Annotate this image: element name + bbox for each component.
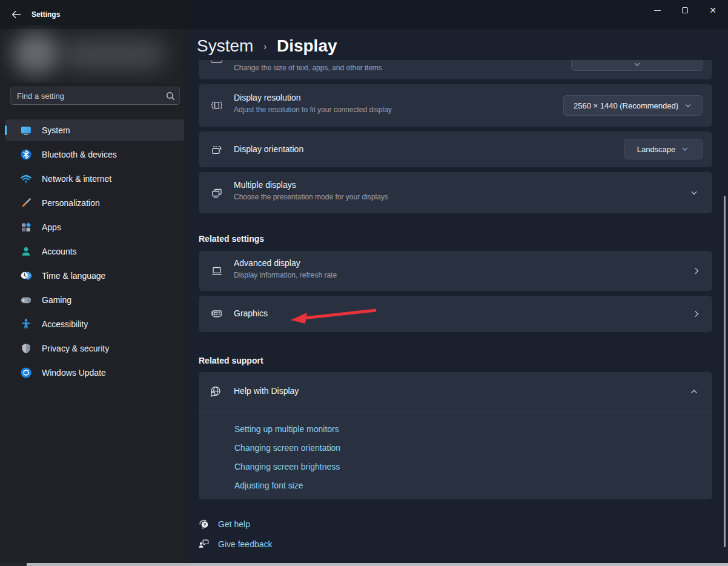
close-button[interactable]: ✕ (699, 0, 727, 21)
minimize-icon (654, 10, 661, 11)
maximize-icon (682, 7, 688, 13)
update-icon (20, 367, 32, 379)
shield-icon (20, 342, 32, 355)
graphics-row[interactable]: Graphics (199, 296, 712, 332)
multiple-displays-icon (211, 187, 223, 199)
row-subtitle: Choose the presentation mode for your di… (234, 193, 388, 201)
close-icon: ✕ (709, 6, 716, 15)
selected-indicator (5, 125, 7, 135)
scale-row-partial: Change the size of text, apps, and other… (199, 60, 712, 79)
search-icon (161, 92, 179, 101)
gamepad-icon (20, 294, 32, 306)
chevron-down-icon (633, 60, 641, 68)
minimize-button[interactable] (643, 0, 671, 21)
sidebar-item-accessibility[interactable]: Accessibility (5, 313, 184, 335)
sidebar-item-accounts[interactable]: Accounts (5, 241, 184, 262)
chevron-right-icon (692, 309, 701, 319)
sidebar-item-time-language[interactable]: Time & language (5, 265, 184, 287)
chevron-up-icon[interactable] (689, 387, 699, 396)
advanced-display-row[interactable]: Advanced display Display information, re… (199, 251, 712, 291)
scale-dropdown[interactable] (571, 60, 703, 71)
scrollbar-thumb[interactable] (724, 196, 726, 547)
sidebar-item-bluetooth-devices[interactable]: Bluetooth & devices (5, 144, 184, 165)
graphics-icon (211, 308, 223, 320)
bluetooth-icon (20, 148, 32, 161)
resolution-value: 2560 × 1440 (Recommended) (574, 101, 678, 110)
search-box[interactable] (10, 87, 180, 105)
section-header-related-settings: Related settings (199, 234, 264, 244)
chevron-down-icon (681, 145, 689, 153)
sidebar-item-label: Privacy & security (42, 344, 109, 353)
sidebar-item-label: Personalization (42, 198, 100, 208)
row-title: Display resolution (234, 93, 301, 102)
back-arrow-icon (12, 10, 21, 19)
help-header[interactable]: Help with Display (199, 372, 712, 411)
display-resolution-row: Display resolution Adjust the resolution… (199, 84, 712, 127)
display-resolution-icon (211, 99, 223, 112)
row-title: Advanced display (234, 258, 300, 268)
user-name-blurred (61, 39, 167, 70)
taskbar-edge (27, 563, 728, 566)
page-title: Display (277, 36, 337, 55)
sidebar-item-privacy-security[interactable]: Privacy & security (5, 338, 184, 359)
breadcrumb: System › Display (197, 34, 337, 58)
chevron-right-icon (692, 266, 701, 276)
sidebar-item-label: Gaming (42, 295, 71, 305)
row-subtitle: Adjust the resolution to fit your connec… (234, 105, 392, 114)
scale-icon (211, 60, 222, 63)
svg-text:?: ? (204, 522, 207, 527)
user-profile-blurred[interactable] (0, 25, 182, 83)
settings-window: System Bluetooth & devices Network & int… (0, 0, 728, 566)
row-title: Help with Display (234, 386, 299, 396)
help-link-screen-orientation[interactable]: Changing screen orientation (234, 443, 340, 453)
sidebar-item-gaming[interactable]: Gaming (5, 289, 184, 311)
sidebar-item-windows-update[interactable]: Windows Update (5, 362, 184, 384)
sidebar-item-label: Accessibility (42, 319, 88, 329)
search-input[interactable] (11, 92, 161, 101)
help-with-display-card: Help with Display Setting up multiple mo… (199, 372, 712, 499)
row-title: Graphics (234, 308, 268, 318)
help-link-font-size[interactable]: Adjusting font size (234, 481, 340, 490)
get-help-icon: ? (198, 518, 210, 530)
breadcrumb-parent[interactable]: System (197, 36, 253, 55)
give-feedback-icon (198, 538, 210, 550)
give-feedback-link[interactable]: Give feedback (198, 538, 273, 550)
sidebar-item-network-internet[interactable]: Network & internet (5, 168, 184, 190)
row-title: Display orientation (234, 144, 303, 154)
sidebar-item-label: System (42, 125, 70, 135)
chevron-down-icon[interactable] (689, 188, 699, 198)
sidebar: System Bluetooth & devices Network & int… (0, 0, 189, 566)
sidebar-item-system[interactable]: System (5, 119, 184, 141)
annotation-arrow (283, 302, 382, 327)
help-globe-icon (210, 385, 222, 398)
help-link-screen-brightness[interactable]: Changing screen brightness (234, 462, 340, 471)
apps-icon (20, 221, 32, 233)
app-title: Settings (31, 10, 60, 19)
multiple-displays-row[interactable]: Multiple displays Choose the presentatio… (199, 172, 712, 213)
get-help-label: Get help (218, 519, 250, 529)
sidebar-item-label: Apps (42, 222, 61, 232)
back-button[interactable] (7, 6, 25, 23)
sidebar-item-personalization[interactable]: Personalization (5, 192, 184, 214)
help-link-multiple-monitors[interactable]: Setting up multiple monitors (234, 424, 340, 434)
wifi-icon (20, 173, 32, 185)
sidebar-item-apps[interactable]: Apps (5, 216, 184, 238)
sidebar-item-label: Time & language (42, 271, 105, 281)
accessibility-icon (20, 318, 32, 330)
get-help-link[interactable]: ? Get help (198, 518, 250, 530)
titlebar: Settings ✕ (0, 0, 728, 29)
divider (199, 411, 712, 411)
row-title: Multiple displays (234, 180, 296, 190)
breadcrumb-separator-icon: › (263, 41, 267, 52)
sidebar-item-label: Windows Update (42, 368, 106, 378)
scale-subtitle: Change the size of text, apps, and other… (234, 64, 382, 72)
maximize-button[interactable] (671, 0, 699, 21)
section-header-related-support: Related support (199, 356, 263, 365)
help-links: Setting up multiple monitors Changing sc… (234, 424, 340, 499)
orientation-value: Landscape (637, 145, 676, 154)
orientation-dropdown[interactable]: Landscape (624, 139, 703, 159)
clock-globe-icon (20, 270, 32, 282)
resolution-dropdown[interactable]: 2560 × 1440 (Recommended) (563, 95, 703, 116)
sidebar-nav: System Bluetooth & devices Network & int… (5, 119, 184, 386)
system-icon (20, 124, 32, 136)
